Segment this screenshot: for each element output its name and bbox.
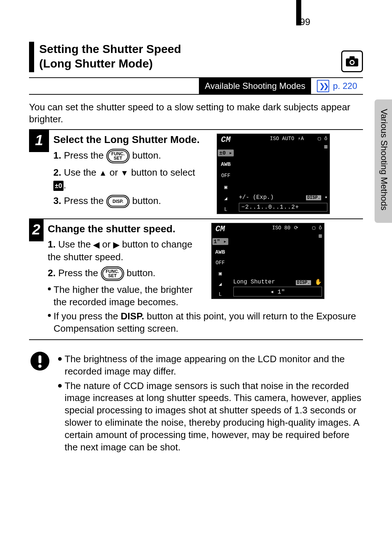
step2-bullet2: If you press the DISP. button at this po… bbox=[48, 310, 362, 335]
step-number: 1 bbox=[29, 130, 49, 152]
camera-mode-icon bbox=[341, 50, 363, 72]
lcd-screenshot-1: CM ±0 ▸ AWB OFF ▣ ◢ L ISO AUTO bbox=[217, 134, 330, 214]
disp-button-icon: DISP. bbox=[106, 195, 130, 208]
lcd1-exp-badge: ±0 ▸ bbox=[218, 150, 234, 156]
down-arrow-icon: ▼ bbox=[121, 168, 128, 177]
warning-icon bbox=[29, 351, 51, 453]
up-arrow-icon: ▲ bbox=[99, 168, 107, 177]
svg-point-3 bbox=[351, 61, 354, 64]
off-icon: OFF bbox=[221, 173, 230, 179]
right-arrow-icon: ▶ bbox=[113, 240, 119, 249]
warning-block: The brightness of the image appearing on… bbox=[29, 351, 363, 453]
svg-point-6 bbox=[38, 364, 42, 368]
lcd2-value: ◂ 1" bbox=[233, 287, 322, 297]
mountain-icon: ◢ bbox=[224, 195, 227, 201]
step1-sub3: 3. Press the DISP. button. bbox=[53, 195, 209, 208]
camera-icon bbox=[346, 56, 359, 67]
func-set-button-icon: FUNC.SET bbox=[106, 149, 130, 163]
heading-line1: Setting the Shutter Speed bbox=[39, 42, 341, 56]
lcd1-left-column: CM ±0 ▸ AWB OFF ▣ ◢ L bbox=[218, 135, 234, 212]
step-number: 2 bbox=[29, 219, 44, 241]
mountain-icon: ◢ bbox=[219, 281, 221, 287]
lcd1-caption-row: +/- (Exp.) DISP. ⭑ bbox=[239, 194, 327, 201]
svg-rect-1 bbox=[350, 56, 355, 59]
step2-sub2: 2. Press the FUNC.SET button. bbox=[48, 266, 204, 281]
svg-rect-5 bbox=[38, 355, 41, 363]
heading-line2: (Long Shutter Mode) bbox=[39, 56, 341, 71]
step1-sub1: 1. Press the FUNC.SET button. bbox=[53, 149, 209, 163]
steps-box: 1 Select the Long Shutter Mode. 1. Press… bbox=[29, 129, 363, 340]
lcd-screenshot-2: CM 1" ▸ AWB OFF ▣ ◢ L ISO 80 bbox=[211, 223, 324, 299]
page-number: 99 bbox=[300, 16, 310, 28]
step2-bullet1: The higher the value, the brighter the r… bbox=[48, 284, 204, 308]
step-2: 2 Change the shutter speed. 1. Use the ◀… bbox=[29, 218, 363, 339]
step1-sub2: 2. Use the ▲ or ▼ button to select ±0. bbox=[53, 166, 209, 192]
modes-link-text: p. 220 bbox=[333, 81, 357, 91]
lcd2-caption-row: Long Shutter DISP. ✋ bbox=[233, 278, 322, 286]
lcd2-left-column: CM 1" ▸ AWB OFF ▣ ◢ L bbox=[212, 225, 228, 297]
step2-sub1: 1. Use the ◀ or ▶ button to change the s… bbox=[48, 238, 204, 263]
heading-text: Setting the Shutter Speed (Long Shutter … bbox=[39, 42, 341, 71]
left-arrow-icon: ◀ bbox=[93, 240, 99, 249]
step-1: 1 Select the Long Shutter Mode. 1. Press… bbox=[29, 130, 363, 218]
step2-title: Change the shutter speed. bbox=[48, 223, 204, 235]
step1-title: Select the Long Shutter Mode. bbox=[53, 134, 209, 146]
section-label: Various Shooting Methods bbox=[379, 109, 389, 210]
double-chevron-icon: ❯❯ bbox=[317, 80, 329, 92]
battery-icon: ▥ bbox=[319, 233, 322, 239]
meter-icon: ▣ bbox=[224, 184, 227, 190]
plus-minus-icon: ±0 bbox=[53, 181, 64, 191]
lcd2-shutter-badge: 1" ▸ bbox=[212, 238, 228, 245]
meter-icon: ▣ bbox=[219, 270, 221, 277]
func-set-button-icon: FUNC.SET bbox=[101, 266, 124, 281]
section-heading: Setting the Shutter Speed (Long Shutter … bbox=[29, 42, 363, 72]
lcd1-scale: −2..1..0..1..2+ bbox=[239, 203, 327, 212]
intro-text: You can set the shutter speed to a slow … bbox=[29, 101, 363, 125]
warning-list: The brightness of the image appearing on… bbox=[58, 351, 363, 453]
modes-label: Available Shooting Modes bbox=[199, 78, 311, 94]
modes-page-link[interactable]: ❯❯ p. 220 bbox=[311, 78, 363, 94]
manual-page: 99 Various Shooting Methods Setting the … bbox=[0, 0, 392, 552]
battery-icon: ▥ bbox=[324, 143, 327, 150]
heading-bar bbox=[29, 42, 34, 72]
modes-row: Available Shooting Modes ❯❯ p. 220 bbox=[29, 77, 363, 95]
